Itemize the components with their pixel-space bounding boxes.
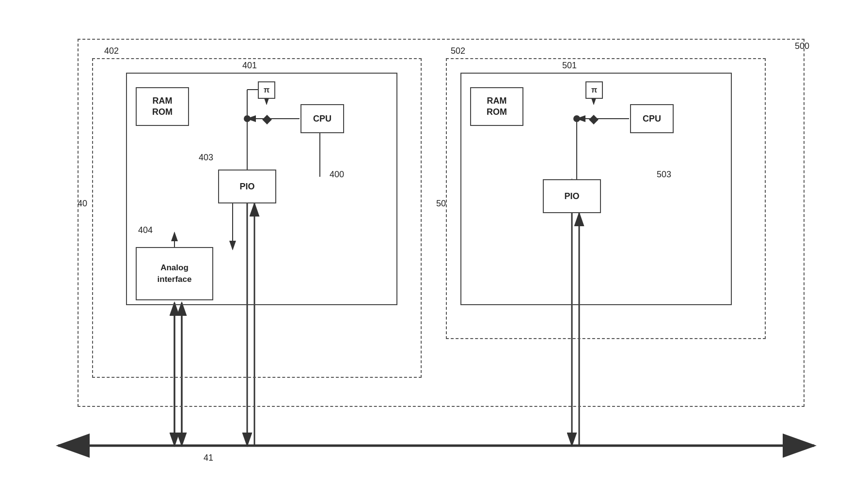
connector-icon-right: π bbox=[585, 81, 603, 99]
pio-left: PIO bbox=[218, 170, 276, 203]
ram-rom-left-label: RAM ROM bbox=[152, 95, 173, 118]
connector-icon-left-symbol: π bbox=[264, 86, 269, 94]
label-501: 501 bbox=[562, 61, 577, 71]
label-500: 500 bbox=[795, 41, 809, 51]
label-401: 401 bbox=[242, 61, 257, 71]
label-40: 40 bbox=[78, 199, 87, 209]
cpu-left-label: CPU bbox=[313, 114, 331, 124]
cpu-right-label: CPU bbox=[643, 114, 661, 124]
analog-interface: Analog interface bbox=[136, 247, 213, 300]
label-404: 404 bbox=[138, 225, 153, 235]
connector-icon-left: π bbox=[258, 81, 275, 99]
diagram-container: RAM ROM CPU PIO Analog interface π RAM R… bbox=[29, 10, 843, 475]
connector-icon-right-symbol: π bbox=[591, 86, 597, 94]
ram-rom-left: RAM ROM bbox=[136, 87, 189, 126]
label-502: 502 bbox=[451, 46, 465, 56]
cpu-left: CPU bbox=[300, 104, 344, 133]
label-503: 503 bbox=[657, 170, 671, 180]
label-50: 50 bbox=[436, 199, 446, 209]
pio-right: PIO bbox=[543, 179, 601, 213]
label-402: 402 bbox=[104, 46, 119, 56]
cpu-right: CPU bbox=[630, 104, 674, 133]
label-400: 400 bbox=[330, 170, 344, 180]
label-403: 403 bbox=[199, 153, 213, 163]
pio-left-label: PIO bbox=[239, 182, 254, 192]
analog-interface-label: Analog interface bbox=[158, 262, 192, 285]
label-41: 41 bbox=[204, 453, 213, 463]
ram-rom-right-label: RAM ROM bbox=[487, 95, 507, 118]
pio-right-label: PIO bbox=[564, 191, 579, 202]
ram-rom-right: RAM ROM bbox=[470, 87, 523, 126]
